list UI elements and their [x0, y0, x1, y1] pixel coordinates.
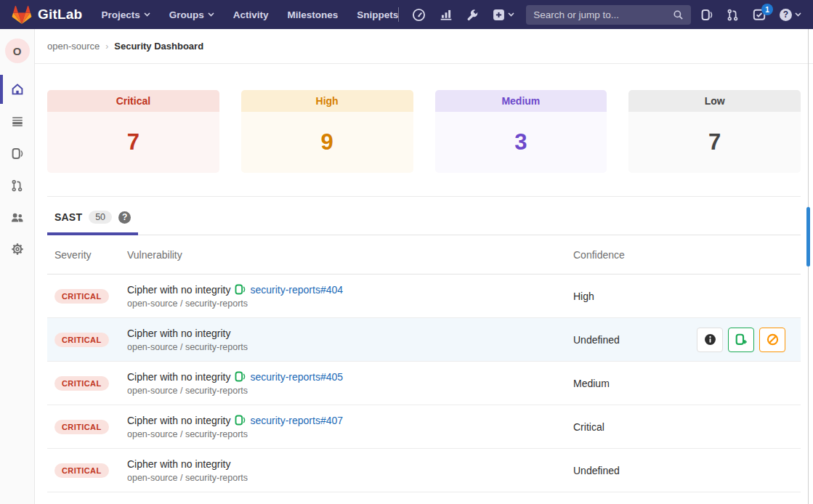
- dashboard-gauge-icon[interactable]: [412, 8, 426, 22]
- table-row[interactable]: CRITICAL Cipher with no integrity open-s…: [47, 449, 801, 492]
- left-sidebar: O: [0, 29, 35, 504]
- vulnerability-title: Cipher with no integrity: [127, 371, 230, 383]
- nav-activity[interactable]: Activity: [233, 9, 269, 20]
- card-critical-count: 7: [47, 112, 219, 173]
- table-row-hovered[interactable]: CRITICAL Cipher with no integrity open-s…: [47, 318, 801, 362]
- card-high-label: High: [241, 90, 413, 112]
- gitlab-logo[interactable]: GitLab: [12, 5, 82, 25]
- scrollbar-track: [808, 29, 809, 504]
- more-info-button[interactable]: [697, 328, 723, 352]
- top-navbar: GitLab Projects Groups Activity Mileston…: [0, 0, 813, 29]
- vulnerability-title: Cipher with no integrity: [127, 415, 230, 426]
- search-icon: [673, 9, 684, 20]
- breadcrumb-separator-icon: ›: [105, 41, 108, 52]
- new-issue-icon: [735, 333, 748, 346]
- charts-icon[interactable]: [440, 8, 453, 21]
- project-path: open-source / security-reports: [127, 429, 573, 439]
- nav-snippets[interactable]: Snippets: [357, 9, 398, 20]
- breadcrumb-page[interactable]: Security Dashboard: [114, 41, 203, 52]
- tanuki-icon: [12, 5, 32, 25]
- project-path: open-source / security-reports: [127, 386, 573, 396]
- new-menu-icon[interactable]: [493, 9, 514, 21]
- breadcrumb: open-source › Security Dashboard: [35, 29, 813, 64]
- card-medium: Medium 3: [435, 90, 607, 173]
- confidence-value: High: [573, 290, 801, 302]
- chevron-down-icon: [144, 12, 150, 17]
- members-icon: [10, 211, 24, 224]
- severity-badge: CRITICAL: [54, 463, 109, 478]
- navbar-icon-group: [412, 8, 514, 22]
- card-critical-label: Critical: [47, 90, 219, 112]
- card-medium-count: 3: [435, 112, 607, 173]
- col-vulnerability: Vulnerability: [127, 249, 573, 261]
- dismiss-icon: [767, 333, 779, 346]
- navbar-divider: [398, 7, 399, 22]
- security-dashboard-content: Critical 7 High 9 Medium 3 Low 7 SAST 50…: [35, 90, 813, 492]
- chevron-down-icon: [508, 12, 514, 17]
- help-icon[interactable]: ?: [780, 9, 801, 21]
- chevron-down-icon: [795, 12, 801, 17]
- group-avatar[interactable]: O: [5, 38, 30, 63]
- global-search[interactable]: [526, 5, 691, 25]
- sidebar-nav: [0, 73, 34, 265]
- sidebar-item-settings[interactable]: [0, 233, 34, 265]
- dismiss-button[interactable]: [759, 328, 785, 352]
- help-icon[interactable]: ?: [118, 211, 131, 224]
- vulnerability-title: Cipher with no integrity: [127, 284, 230, 296]
- confidence-value: Undefined: [573, 465, 801, 476]
- chevron-down-icon: [208, 12, 214, 17]
- project-path: open-source / security-reports: [127, 342, 573, 352]
- nav-projects[interactable]: Projects: [101, 9, 150, 20]
- vulnerability-title: Cipher with no integrity: [127, 458, 230, 470]
- card-high: High 9: [241, 90, 413, 173]
- nav-groups[interactable]: Groups: [169, 9, 214, 20]
- issue-link[interactable]: security-reports#407: [250, 415, 343, 426]
- nav-milestones[interactable]: Milestones: [287, 9, 338, 20]
- home-icon: [11, 83, 24, 96]
- create-issue-button[interactable]: [728, 328, 754, 352]
- severity-summary: Critical 7 High 9 Medium 3 Low 7: [47, 90, 801, 173]
- card-low-count: 7: [628, 112, 801, 173]
- severity-badge: CRITICAL: [54, 420, 109, 434]
- issues-icon: [12, 147, 23, 160]
- admin-wrench-icon[interactable]: [466, 9, 479, 21]
- todo-count-badge: 1: [761, 4, 773, 15]
- sidebar-item-epics[interactable]: [0, 105, 34, 137]
- issue-icon: [235, 371, 246, 382]
- sidebar-item-merge-requests[interactable]: [0, 169, 34, 201]
- col-confidence: Confidence: [573, 249, 801, 261]
- col-severity: Severity: [54, 249, 127, 261]
- issue-link[interactable]: security-reports#404: [250, 284, 343, 296]
- issue-icon: [235, 284, 246, 295]
- scrollbar-thumb[interactable]: [806, 207, 810, 267]
- project-path: open-source / security-reports: [127, 298, 573, 309]
- vulnerability-title: Cipher with no integrity: [127, 328, 230, 339]
- table-row[interactable]: CRITICAL Cipher with no integrity securi…: [47, 362, 801, 405]
- merge-requests-icon[interactable]: [727, 9, 739, 21]
- breadcrumb-group[interactable]: open-source: [47, 41, 100, 52]
- sast-count-badge: 50: [89, 211, 112, 224]
- card-low-label: Low: [628, 90, 801, 112]
- severity-badge: CRITICAL: [54, 333, 109, 347]
- tab-sast[interactable]: SAST 50 ?: [47, 197, 138, 235]
- card-critical: Critical 7: [47, 90, 219, 173]
- report-tabs: SAST 50 ?: [47, 197, 801, 235]
- todos-icon[interactable]: 1: [753, 8, 766, 21]
- issue-link[interactable]: security-reports#405: [250, 371, 343, 383]
- info-icon: [704, 333, 716, 346]
- navbar-right-group: 1 ?: [701, 8, 801, 21]
- row-action-buttons: [697, 328, 785, 352]
- card-low: Low 7: [628, 90, 801, 173]
- sidebar-item-members[interactable]: [0, 201, 34, 233]
- table-row[interactable]: CRITICAL Cipher with no integrity securi…: [47, 405, 801, 449]
- severity-badge: CRITICAL: [54, 289, 109, 304]
- search-input[interactable]: [533, 9, 673, 20]
- logo-wordmark: GitLab: [38, 7, 82, 23]
- sidebar-item-issues[interactable]: [0, 137, 34, 169]
- sidebar-item-overview[interactable]: [0, 73, 34, 105]
- issue-icon: [235, 415, 246, 426]
- table-row[interactable]: CRITICAL Cipher with no integrity securi…: [47, 275, 801, 318]
- card-high-count: 9: [241, 112, 413, 173]
- issues-icon[interactable]: [701, 9, 713, 21]
- table-header: Severity Vulnerability Confidence: [47, 235, 801, 275]
